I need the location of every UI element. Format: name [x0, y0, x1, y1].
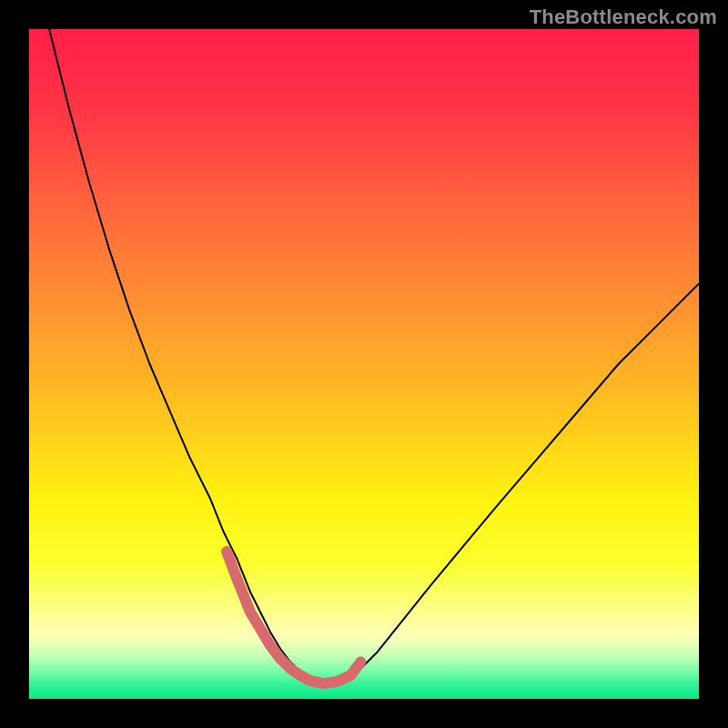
series-bottleneck-curve: [49, 29, 699, 683]
curve-layer: [29, 29, 699, 699]
plot-area: [29, 29, 699, 699]
series-highlight-region: [227, 551, 360, 683]
chart-frame: TheBottleneck.com: [0, 0, 728, 728]
watermark-text: TheBottleneck.com: [530, 5, 717, 29]
